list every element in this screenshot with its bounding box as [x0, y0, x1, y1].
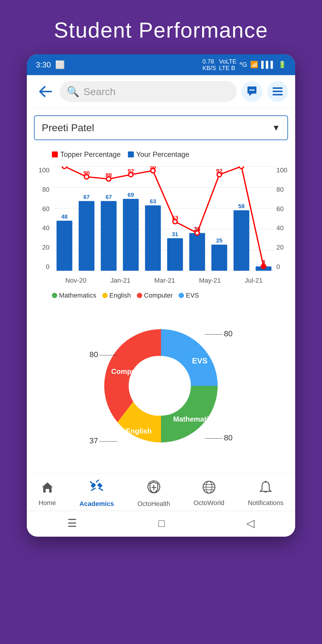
computer-legend-label: Computer — [144, 292, 173, 299]
svg-point-60 — [265, 481, 267, 483]
y-axis-right: 100 80 60 40 20 0 — [275, 166, 288, 271]
svg-point-34 — [239, 166, 244, 168]
english-outside-label: 37 — [89, 436, 117, 445]
svg-rect-22 — [233, 210, 249, 271]
svg-rect-3 — [273, 87, 283, 89]
svg-point-46 — [131, 356, 191, 416]
signal-icon: 📶 — [250, 61, 258, 69]
computer-outside-label: 80 — [89, 350, 117, 359]
student-dropdown[interactable]: Preeti Patel ▼ — [34, 115, 288, 140]
chart-legend: Topper Percentage Your Percentage — [34, 150, 288, 159]
svg-rect-52 — [96, 480, 101, 483]
dropdown-selected: Preeti Patel — [42, 122, 94, 134]
topper-legend-text: Topper Percentage — [60, 150, 121, 159]
svg-text:Mathemati...: Mathemati... — [173, 415, 215, 423]
nav-notifications-label: Notifications — [248, 499, 284, 507]
evs-legend-label: EVS — [186, 292, 199, 299]
svg-rect-18 — [189, 233, 205, 271]
svg-text:Compute...: Compute... — [111, 367, 148, 375]
menu-button[interactable] — [267, 81, 288, 102]
network-speed: 0.78KB/S — [202, 58, 216, 71]
svg-rect-53 — [91, 487, 96, 491]
svg-rect-10 — [101, 201, 117, 271]
nav-octohealth[interactable]: OctoHealth — [137, 480, 170, 508]
dropdown-arrow-icon: ▼ — [272, 123, 280, 133]
svg-rect-8 — [79, 201, 95, 271]
svg-rect-5 — [273, 94, 283, 95]
svg-text:53: 53 — [172, 215, 178, 221]
svg-text:92: 92 — [128, 168, 134, 174]
page-title: Student Performance — [0, 0, 322, 54]
svg-text:31: 31 — [172, 231, 178, 237]
signal-bars-icon: ▌▌▌ — [261, 61, 275, 69]
top-bar: 🔍 Search — [27, 75, 295, 108]
nav-octoworld-label: OctoWorld — [193, 499, 225, 507]
evs-outside-label: 80 — [205, 329, 233, 338]
chat-button[interactable] — [242, 81, 262, 102]
academics-icon — [89, 480, 104, 498]
svg-point-1 — [251, 89, 253, 91]
x-axis-labels: Nov-20 Jan-21 Mar-21 May-21 Jul-21 — [53, 277, 275, 284]
svg-text:96: 96 — [150, 166, 156, 170]
svg-point-26 — [62, 166, 67, 168]
english-legend-label: English — [109, 292, 131, 299]
bar-line-chart-svg: 48 67 67 69 63 — [53, 166, 275, 271]
nav-octohealth-label: OctoHealth — [137, 500, 170, 508]
svg-text:EVS: EVS — [192, 356, 208, 365]
svg-text:67: 67 — [106, 194, 112, 200]
yours-legend-dot — [128, 151, 134, 157]
back-button[interactable] — [34, 81, 55, 102]
system-back-button[interactable]: ◁ — [246, 517, 255, 530]
svg-rect-12 — [123, 199, 139, 271]
svg-text:69: 69 — [128, 192, 134, 198]
performance-chart: Topper Percentage Your Percentage 100 80… — [34, 147, 288, 302]
status-bar: 3:30 ⬜ 0.78KB/S VoLTELTE B ⁴G 📶 ▌▌▌ 🔋 — [27, 54, 295, 75]
topper-legend-dot — [52, 151, 58, 157]
svg-text:36: 36 — [194, 226, 200, 232]
volte-icon: VoLTELTE B — [219, 58, 237, 71]
donut-chart-section: EVS Mathemati... English Compute... 80 8… — [34, 302, 288, 466]
math-outside-label: 80 — [205, 433, 233, 442]
status-time: 3:30 — [36, 60, 51, 69]
notifications-icon — [259, 481, 272, 497]
svg-text:88: 88 — [106, 172, 112, 178]
nav-home-label: Home — [38, 499, 56, 507]
svg-rect-54 — [98, 487, 103, 491]
english-legend-dot — [102, 293, 108, 298]
svg-text:90: 90 — [83, 170, 90, 176]
system-nav: ☰ □ ◁ — [27, 511, 295, 537]
octohealth-icon — [146, 480, 161, 498]
y-axis-left: 100 80 60 40 20 0 — [34, 166, 52, 271]
svg-text:67: 67 — [83, 194, 90, 200]
svg-text:25: 25 — [216, 238, 222, 244]
nav-home[interactable]: Home — [38, 481, 56, 507]
status-screen-icon: ⬜ — [55, 60, 65, 69]
subject-legend: Mathematics English Computer EVS — [34, 292, 288, 299]
nav-academics[interactable]: Academics — [79, 480, 114, 508]
evs-legend-dot — [179, 293, 184, 298]
phone-frame: 3:30 ⬜ 0.78KB/S VoLTELTE B ⁴G 📶 ▌▌▌ 🔋 🔍 … — [27, 54, 295, 537]
svg-text:58: 58 — [238, 203, 244, 209]
computer-legend-dot — [137, 293, 142, 298]
svg-text:4: 4 — [262, 259, 265, 265]
svg-rect-4 — [273, 91, 283, 92]
svg-rect-16 — [167, 238, 183, 271]
svg-point-0 — [250, 89, 251, 91]
search-icon: 🔍 — [67, 86, 79, 97]
network-type-icon: ⁴G — [239, 61, 247, 69]
search-bar[interactable]: 🔍 Search — [60, 81, 237, 102]
home-icon — [41, 481, 54, 497]
math-legend-dot — [52, 293, 57, 298]
system-menu-button[interactable]: ☰ — [67, 517, 77, 530]
nav-academics-label: Academics — [79, 500, 114, 508]
svg-text:92: 92 — [216, 168, 222, 174]
nav-notifications[interactable]: Notifications — [248, 481, 284, 507]
yours-legend-text: Your Percentage — [136, 150, 189, 159]
system-home-button[interactable]: □ — [158, 517, 165, 530]
svg-text:63: 63 — [150, 198, 156, 205]
svg-text:48: 48 — [61, 213, 67, 220]
bottom-nav: Home Academics — [27, 473, 295, 511]
battery-icon: 🔋 — [278, 61, 286, 69]
nav-octoworld[interactable]: OctoWorld — [193, 481, 225, 507]
svg-text:English: English — [126, 427, 152, 435]
